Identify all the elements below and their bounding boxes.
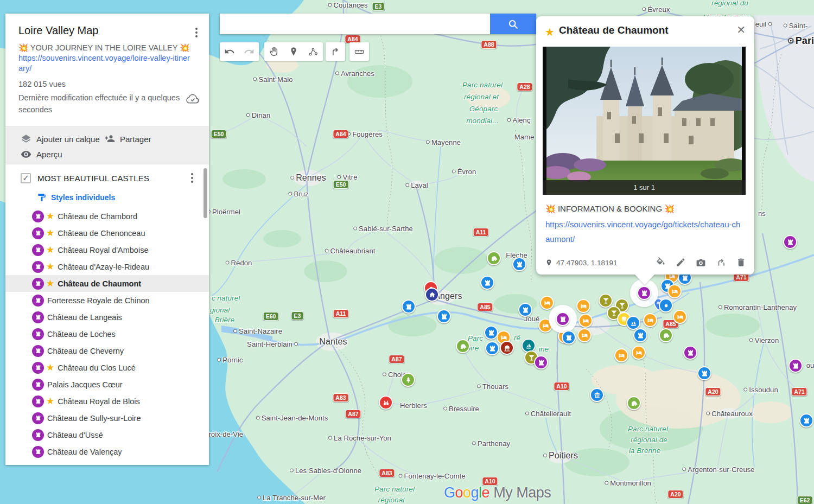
place-photo[interactable]: 1 sur 1 (543, 47, 746, 195)
directions-icon (330, 46, 341, 57)
map-marker-castle[interactable] (512, 257, 526, 271)
map-marker-castle[interactable] (485, 341, 499, 355)
add-directions-button[interactable] (326, 42, 345, 61)
map-marker-elephant[interactable] (487, 251, 501, 265)
list-item-label: Château de Langeais (47, 313, 122, 322)
map-marker-martini[interactable] (599, 294, 613, 308)
layer-menu-button[interactable] (187, 172, 197, 184)
map-marker-castle[interactable] (518, 303, 532, 317)
directions-fork-icon (716, 257, 726, 267)
castle-marker-icon (32, 328, 44, 340)
eye-icon (21, 149, 31, 160)
list-item[interactable]: Château de Loches (5, 326, 209, 342)
search-button[interactable] (490, 14, 536, 34)
list-item[interactable]: ★Château de Chenonceau (5, 225, 209, 241)
person-add-icon (104, 133, 115, 144)
map-marker-bed[interactable] (540, 296, 554, 310)
list-item-label: Château de Chenonceau (58, 229, 145, 238)
list-item-label: Château Royal de Blois (58, 397, 140, 406)
sidebar-scrollbar[interactable] (204, 168, 207, 218)
preview-button[interactable]: Aperçu (21, 149, 62, 160)
list-item[interactable]: ★Château du Clos Lucé (5, 359, 209, 376)
map-marker-castle[interactable] (534, 355, 548, 369)
ruler-icon (354, 46, 365, 57)
map-marker-castle[interactable] (683, 346, 697, 360)
map-marker-bed[interactable] (576, 299, 590, 313)
list-item[interactable]: Château de Cheverny (5, 342, 209, 359)
map-marker-bed[interactable] (667, 284, 682, 298)
style-button[interactable] (654, 256, 666, 268)
pencil-icon (676, 257, 686, 267)
pan-tool-button[interactable] (264, 42, 284, 61)
map-marker-elephant[interactable] (456, 339, 470, 353)
undo-button[interactable] (220, 42, 239, 61)
list-item[interactable]: Château d'Ussé (5, 426, 209, 443)
edit-button[interactable] (675, 256, 686, 268)
map-marker-castle[interactable] (633, 328, 647, 342)
map-marker-castle[interactable] (788, 359, 803, 373)
map-marker-binoculars[interactable] (379, 395, 393, 410)
map-marker-castle[interactable] (480, 276, 494, 290)
draw-line-button[interactable] (303, 42, 323, 61)
layer-name: MOST BEAUTIFUL CASTLES (37, 174, 149, 183)
delete-button[interactable] (735, 256, 747, 268)
map-marker-bed[interactable] (577, 328, 592, 342)
booking-link[interactable]: https://souvenirs.vincent.voyage/go/tick… (545, 217, 741, 246)
measure-button[interactable] (349, 42, 369, 61)
add-layer-button[interactable]: Ajouter un calque (21, 133, 100, 144)
map-marker-elephant[interactable] (659, 328, 673, 342)
map-marker-bed[interactable] (632, 346, 646, 360)
list-item[interactable]: ★Château Royal de Blois (5, 393, 209, 410)
map-marker-castle[interactable] (437, 309, 451, 323)
map-marker-tree[interactable] (401, 373, 415, 387)
map-marker-museum[interactable] (590, 388, 604, 402)
map-menu-button[interactable] (192, 27, 201, 39)
close-icon[interactable]: ✕ (736, 23, 746, 36)
map-marker-castle[interactable] (783, 235, 797, 249)
list-item[interactable]: ★Château de Chambord (5, 208, 209, 225)
views-count: 182 015 vues (18, 80, 66, 88)
list-item[interactable]: ★Château de Chaumont (5, 275, 209, 292)
map-marker-dot[interactable] (659, 298, 673, 312)
list-item-label: Château de Loches (47, 330, 116, 339)
map-marker-castle[interactable] (562, 330, 576, 344)
list-item[interactable]: Château de Valençay (5, 443, 209, 460)
map-marker-palace[interactable] (500, 341, 514, 355)
map-marker-home[interactable] (425, 288, 439, 302)
list-item[interactable]: Palais Jacques Cœur (5, 376, 209, 393)
search-input[interactable] (220, 14, 490, 34)
search-icon (507, 18, 519, 30)
map-title: Loire Valley Map (18, 24, 98, 37)
list-item[interactable]: ★Château Royal d'Amboise (5, 241, 209, 258)
hand-icon (269, 46, 279, 57)
image-button[interactable] (695, 256, 707, 268)
map-marker-castle[interactable] (637, 286, 651, 300)
last-modified-text: Dernière modification effectuée il y a q… (18, 92, 185, 116)
map-marker-bed[interactable] (578, 314, 593, 328)
share-button[interactable]: Partager (104, 133, 151, 144)
castle-marker-icon (32, 311, 44, 323)
map-marker-bed[interactable] (673, 310, 687, 324)
add-marker-button[interactable] (284, 42, 303, 61)
individual-styles-link[interactable]: Styles individuels (37, 193, 115, 202)
map-marker-bed[interactable] (614, 348, 628, 362)
list-item[interactable]: ★Château d'Azay-le-Rideau (5, 258, 209, 275)
star-icon: ★ (46, 245, 54, 254)
star-icon: ★ (46, 363, 54, 372)
map-marker-elephant[interactable] (627, 396, 641, 410)
list-item[interactable]: Château de Langeais (5, 309, 209, 326)
map-marker-castle[interactable] (697, 366, 711, 380)
layer-checkbox[interactable]: ✓ (21, 173, 31, 183)
map-marker-castle[interactable] (402, 299, 416, 314)
map-description-link[interactable]: https://souvenirs.vincent.voyage/loire-v… (18, 54, 190, 73)
list-item[interactable]: Forteresse Royale de Chinon (5, 292, 209, 309)
map-marker-boat[interactable] (626, 316, 640, 330)
castle-list: ★Château de Chambord★Château de Chenonce… (5, 208, 209, 460)
list-item[interactable]: Château de Sully-sur-Loire (5, 410, 209, 426)
directions-button[interactable] (715, 256, 727, 268)
map-marker-castle[interactable] (556, 312, 570, 326)
photo-counter: 1 sur 1 (543, 180, 746, 195)
coordinates-row: 47.47903, 1.18191 (545, 258, 618, 267)
redo-button[interactable] (239, 42, 259, 61)
map-marker-castle[interactable] (799, 413, 813, 428)
